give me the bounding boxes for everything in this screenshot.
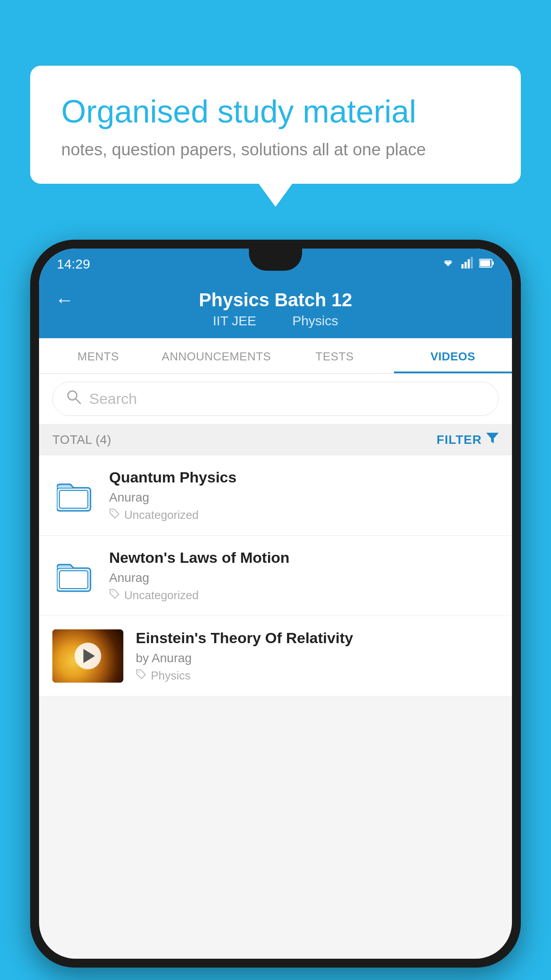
phone-screen: 14:29 [39,249,512,959]
video-author: Anurag [109,490,499,505]
video-author: by Anurag [136,651,499,665]
speech-bubble: Organised study material notes, question… [30,66,521,184]
header-subject: IIT JEE [213,313,256,328]
svg-point-17 [112,591,113,593]
video-author: Anurag [109,571,499,585]
video-title: Quantum Physics [109,469,499,486]
tab-videos[interactable]: VIDEOS [394,338,512,373]
notch [249,249,302,271]
svg-rect-13 [59,490,88,508]
tag-icon [109,508,120,522]
tab-announcements[interactable]: ANNOUNCEMENTS [157,338,276,373]
svg-rect-2 [461,264,464,269]
video-title: Einstein's Theory Of Relativity [136,629,499,647]
list-item[interactable]: Einstein's Theory Of Relativity by Anura… [39,616,512,696]
video-thumbnail [52,629,123,683]
header-separator [271,313,278,328]
bubble-subtitle: notes, question papers, solutions all at… [61,140,490,159]
svg-rect-16 [59,571,88,589]
search-bar[interactable]: Search [52,382,499,416]
svg-point-18 [138,672,140,673]
svg-rect-4 [468,259,470,269]
tag-icon [109,589,120,602]
header-batch-type: Physics [292,313,338,328]
header-row: ← Physics Batch 12 [55,289,496,311]
filter-icon [486,432,499,447]
video-info: Newton's Laws of Motion Anurag Uncategor… [109,549,499,602]
app-header: ← Physics Batch 12 IIT JEE Physics [39,280,512,338]
tab-ments[interactable]: MENTS [39,338,157,373]
list-item[interactable]: Quantum Physics Anurag Uncategorized [39,455,512,536]
video-tag: Physics [136,669,499,683]
header-subtitle: IIT JEE Physics [208,313,344,328]
svg-point-14 [112,511,113,512]
svg-line-10 [75,399,80,403]
svg-rect-8 [480,260,490,266]
filter-label: FILTER [437,433,482,447]
search-icon [66,389,81,408]
video-info: Einstein's Theory Of Relativity by Anura… [136,629,499,683]
video-list: Quantum Physics Anurag Uncategorized [39,455,512,696]
tabs-bar: MENTS ANNOUNCEMENTS TESTS VIDEOS [39,338,512,374]
folder-icon [57,558,92,593]
signal-icon [461,257,473,272]
header-title: Physics Batch 12 [199,289,352,311]
folder-icon-wrap [52,553,97,598]
filter-row: TOTAL (4) FILTER [39,424,512,455]
svg-rect-5 [471,257,473,269]
tag-label: Uncategorized [124,589,199,602]
status-icons [441,257,494,272]
search-container: Search [39,374,512,424]
phone-frame: 14:29 [30,240,521,968]
filter-button[interactable]: FILTER [437,432,499,447]
play-button[interactable] [75,643,101,669]
total-count-label: TOTAL (4) [52,433,111,447]
video-info: Quantum Physics Anurag Uncategorized [109,469,499,522]
svg-marker-11 [486,433,499,443]
list-item[interactable]: Newton's Laws of Motion Anurag Uncategor… [39,536,512,616]
status-time: 14:29 [57,257,90,272]
status-bar: 14:29 [39,249,512,280]
svg-rect-3 [464,262,467,269]
search-placeholder: Search [89,390,137,407]
folder-icon-wrap [52,473,97,518]
wifi-icon [441,257,455,271]
video-title: Newton's Laws of Motion [109,549,499,566]
tag-icon [136,669,146,683]
video-tag: Uncategorized [109,508,499,522]
play-triangle-icon [83,649,95,663]
bubble-title: Organised study material [61,92,490,130]
svg-rect-7 [492,261,494,265]
speech-bubble-card: Organised study material notes, question… [30,66,521,184]
back-button[interactable]: ← [55,289,74,311]
tag-label: Physics [151,669,191,683]
battery-icon [479,257,494,271]
tab-tests[interactable]: TESTS [276,338,394,373]
tag-label: Uncategorized [124,508,199,522]
folder-icon [57,478,92,513]
video-tag: Uncategorized [109,589,499,602]
